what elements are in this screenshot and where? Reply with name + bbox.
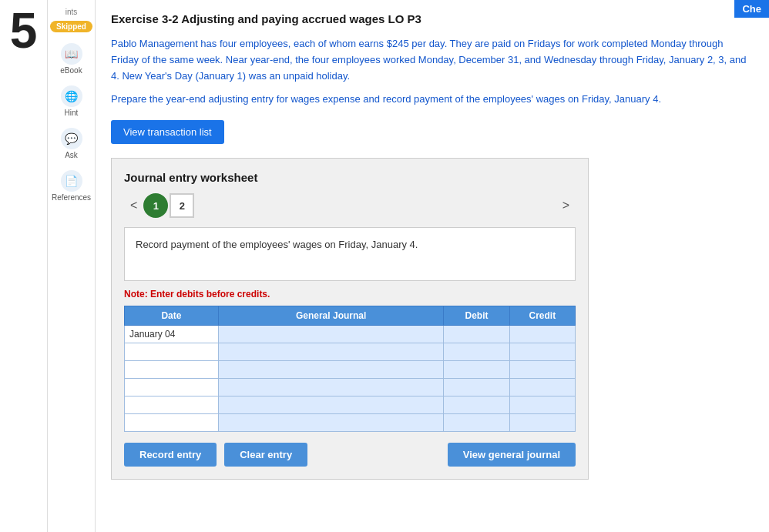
skipped-badge: Skipped: [50, 21, 92, 32]
description-text: Pablo Management has four employees, eac…: [111, 36, 754, 84]
tab-2[interactable]: 2: [170, 193, 194, 218]
debit-cell-2[interactable]: [444, 343, 509, 361]
view-general-journal-button[interactable]: View general journal: [448, 443, 576, 467]
date-cell-6: [125, 414, 219, 432]
debit-cell-4[interactable]: [444, 379, 509, 396]
view-transaction-button[interactable]: View transaction list: [111, 120, 224, 144]
sidebar-label-ask: Ask: [65, 151, 78, 159]
date-cell-1: January 04: [125, 326, 219, 343]
credit-cell-5[interactable]: [509, 396, 575, 414]
note-prefix: Note:: [124, 289, 148, 299]
debit-input-2[interactable]: [448, 346, 504, 357]
journal-input-1[interactable]: [223, 329, 439, 340]
tab-next-arrow[interactable]: >: [556, 197, 576, 214]
sidebar-label-references: References: [52, 193, 91, 202]
debit-input-6[interactable]: [448, 417, 504, 428]
debit-cell-5[interactable]: [444, 396, 509, 414]
page-number-panel: 5: [0, 0, 48, 532]
instruction-box: Record payment of the employees' wages o…: [124, 227, 576, 281]
note-text: Note: Enter debits before credits.: [124, 289, 576, 299]
credit-input-3[interactable]: [515, 364, 570, 375]
sidebar-item-references[interactable]: 📄 References: [48, 167, 95, 205]
journal-cell-6[interactable]: [218, 414, 444, 432]
date-cell-3: [125, 361, 219, 379]
sidebar-item-ask[interactable]: 💬 Ask: [48, 125, 95, 162]
table-row: [125, 343, 576, 361]
sidebar-label-hint: Hint: [65, 109, 79, 117]
journal-table: Date General Journal Debit Credit Januar…: [124, 306, 576, 432]
credit-cell-2[interactable]: [509, 343, 575, 361]
tab-1[interactable]: 1: [143, 193, 168, 218]
journal-input-5[interactable]: [223, 400, 439, 410]
col-header-debit: Debit: [444, 306, 509, 326]
debit-cell-3[interactable]: [444, 361, 509, 379]
journal-cell-2[interactable]: [218, 343, 444, 361]
worksheet-title: Journal entry worksheet: [124, 171, 576, 184]
journal-input-2[interactable]: [223, 346, 439, 357]
exercise-title: Exercise 3-2 Adjusting and paying accrue…: [111, 12, 754, 25]
page-number: 5: [10, 6, 38, 55]
ebook-icon: 📖: [61, 43, 82, 65]
tab-navigation: < 1 2 >: [124, 193, 576, 218]
debit-input-3[interactable]: [448, 364, 504, 375]
table-row: [125, 396, 576, 414]
sidebar-item-ebook[interactable]: 📖 eBook: [48, 40, 95, 78]
main-content: Che Exercise 3-2 Adjusting and paying ac…: [96, 0, 769, 532]
debit-cell-1[interactable]: [444, 326, 509, 343]
top-right-label: Che: [734, 0, 769, 18]
credit-input-4[interactable]: [515, 382, 570, 393]
journal-input-4[interactable]: [223, 382, 439, 393]
col-header-journal: General Journal: [218, 306, 444, 326]
credit-cell-3[interactable]: [509, 361, 575, 379]
record-entry-button[interactable]: Record entry: [124, 443, 217, 467]
worksheet-instruction: Record payment of the employees' wages o…: [136, 239, 418, 250]
credit-input-2[interactable]: [515, 346, 570, 357]
date-cell-2: [125, 343, 219, 361]
tab-prev-arrow[interactable]: <: [124, 197, 143, 214]
instruction-text: Prepare the year-end adjusting entry for…: [111, 92, 754, 108]
note-body: Enter debits before credits.: [148, 289, 270, 299]
journal-input-6[interactable]: [223, 417, 439, 428]
journal-worksheet: Journal entry worksheet < 1 2 > Record p…: [111, 158, 589, 480]
table-row: [125, 414, 576, 432]
date-cell-5: [125, 396, 219, 414]
hint-icon: 🌐: [61, 85, 82, 107]
table-row: [125, 361, 576, 379]
credit-cell-1[interactable]: [509, 326, 575, 343]
debit-input-1[interactable]: [448, 329, 504, 340]
sidebar: ints Skipped 📖 eBook 🌐 Hint 💬 Ask 📄 Refe…: [48, 0, 96, 532]
table-row: January 04: [125, 326, 576, 343]
journal-cell-1[interactable]: [218, 326, 444, 343]
credit-input-6[interactable]: [515, 417, 570, 428]
journal-cell-5[interactable]: [218, 396, 444, 414]
journal-cell-3[interactable]: [218, 361, 444, 379]
sidebar-item-hint[interactable]: 🌐 Hint: [48, 82, 95, 120]
credit-input-5[interactable]: [515, 400, 570, 410]
sidebar-label-ebook: eBook: [60, 66, 82, 75]
debit-cell-6[interactable]: [444, 414, 509, 432]
credit-cell-6[interactable]: [509, 414, 575, 432]
hints-label: ints: [65, 8, 78, 16]
col-header-date: Date: [125, 306, 219, 326]
col-header-credit: Credit: [509, 306, 575, 326]
debit-input-4[interactable]: [448, 382, 504, 393]
clear-entry-button[interactable]: Clear entry: [224, 443, 307, 467]
credit-input-1[interactable]: [515, 329, 570, 340]
action-buttons: Record entry Clear entry View general jo…: [124, 443, 576, 467]
journal-cell-4[interactable]: [218, 379, 444, 396]
ask-icon: 💬: [61, 128, 82, 149]
table-row: [125, 379, 576, 396]
debit-input-5[interactable]: [448, 400, 504, 410]
credit-cell-4[interactable]: [509, 379, 575, 396]
date-cell-4: [125, 379, 219, 396]
journal-input-3[interactable]: [223, 364, 439, 375]
references-icon: 📄: [61, 170, 82, 192]
